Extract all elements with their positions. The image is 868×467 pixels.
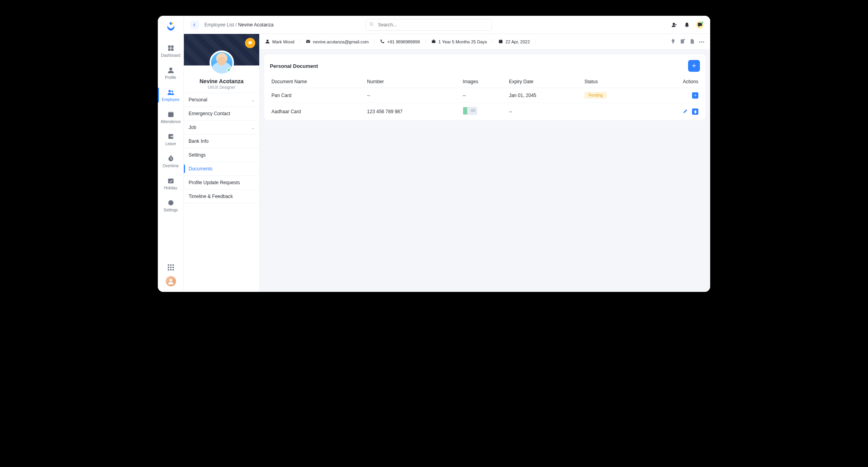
card-head: Personal Document +	[270, 60, 700, 72]
svg-point-19	[370, 22, 372, 25]
mail-icon	[306, 39, 311, 45]
employee-name: Nevine Acotanza	[187, 78, 256, 84]
personal-document-card: Personal Document + Document Name Number…	[264, 54, 705, 120]
profile-panel: ✓ Nevine Acotanza UI/UX Designer Persona…	[184, 34, 260, 292]
cell-number: --	[365, 88, 461, 103]
subnav-bank[interactable]: Bank Info	[184, 134, 259, 148]
document-icon[interactable]	[689, 39, 695, 45]
topbar: Employee List / Nevine Acotanza	[184, 16, 710, 34]
apps-grid-icon[interactable]	[168, 264, 174, 271]
subnav-emergency[interactable]: Emergency Contact	[184, 107, 259, 121]
svg-point-6	[169, 67, 172, 71]
nav-leave[interactable]: Leave	[158, 131, 183, 148]
row-add-button[interactable]	[692, 92, 698, 99]
documents-table: Document Name Number Images Expiry Date …	[270, 76, 700, 120]
search-input[interactable]	[366, 19, 492, 31]
info-manager: Mark Wood	[265, 39, 300, 45]
cell-actions	[646, 88, 700, 103]
svg-rect-11	[169, 112, 170, 113]
chat-icon[interactable]	[696, 21, 704, 29]
svg-point-21	[687, 26, 687, 27]
employee-icon	[167, 88, 175, 96]
cell-expiry: Jan 01, 2045	[507, 88, 583, 103]
nav-label: Profile	[165, 75, 176, 80]
chevron-down-icon: ⌄	[251, 98, 254, 102]
cell-status: Pending	[583, 88, 646, 103]
settings-icon	[167, 199, 175, 207]
cell-images: --	[461, 88, 507, 103]
employee-info-strip: Mark Wood nevine.acotanza@gmail.com +91 …	[260, 34, 710, 50]
nav-dashboard[interactable]: Dashboard	[158, 43, 183, 59]
topbar-actions	[671, 21, 704, 29]
col-actions: Actions	[646, 76, 700, 88]
add-document-button[interactable]: +	[688, 60, 700, 72]
edit-note-icon[interactable]	[680, 39, 685, 45]
current-user-avatar[interactable]	[166, 276, 176, 286]
global-nav: Dashboard Profile Employee Attendence Le…	[158, 43, 183, 214]
add-user-icon[interactable]	[671, 21, 678, 28]
document-thumbnail[interactable]	[463, 107, 477, 115]
nav-profile[interactable]: Profile	[158, 65, 183, 81]
app-frame: Dashboard Profile Employee Attendence Le…	[158, 16, 710, 292]
nav-employee[interactable]: Employee	[158, 87, 183, 103]
subnav-label: Profile Update Requests	[189, 180, 240, 185]
employee-avatar: ✓	[210, 50, 234, 75]
svg-rect-15	[170, 156, 172, 157]
nav-overtime[interactable]: Overtime	[158, 153, 183, 170]
svg-point-18	[169, 279, 172, 282]
subnav-profile-update[interactable]: Profile Update Requests	[184, 176, 259, 190]
nav-attendence[interactable]: Attendence	[158, 109, 183, 125]
breadcrumb-root[interactable]: Employee List	[204, 22, 234, 28]
svg-point-7	[168, 90, 171, 92]
more-icon[interactable]: •••	[699, 39, 705, 44]
subnav-documents[interactable]: Documents	[184, 162, 259, 176]
svg-rect-24	[432, 40, 436, 43]
chevron-down-icon: ⌄	[251, 125, 254, 130]
dashboard-icon	[167, 44, 175, 52]
row-delete-button[interactable]	[692, 108, 698, 115]
cell-number: 123 456 789 987	[365, 103, 461, 120]
nav-holiday[interactable]: Holiday	[158, 175, 183, 192]
back-button[interactable]	[190, 21, 199, 29]
svg-point-20	[673, 22, 675, 25]
svg-rect-12	[172, 112, 172, 113]
nav-label: Employee	[162, 97, 179, 102]
global-search	[366, 19, 492, 31]
subnav-settings[interactable]: Settings	[184, 148, 259, 162]
info-email: nevine.acotanza@gmail.com	[306, 39, 374, 45]
nav-label: Dashboard	[161, 53, 180, 58]
search-icon	[369, 22, 374, 28]
notifications-icon[interactable]	[683, 21, 690, 28]
subnav-timeline[interactable]: Timeline & Feedback	[184, 190, 259, 204]
subnav-personal[interactable]: Personal⌄	[184, 93, 259, 107]
info-phone: +91 9898989898	[380, 39, 426, 45]
nav-label: Overtime	[163, 164, 179, 168]
svg-rect-29	[673, 43, 674, 43]
svg-rect-28	[501, 39, 502, 41]
breadcrumb-current: Nevine Acotanza	[238, 22, 273, 28]
col-expiry: Expiry Date	[507, 76, 583, 88]
person-icon	[265, 39, 270, 45]
subnav-job[interactable]: Job⌄	[184, 121, 259, 134]
lightbulb-icon[interactable]	[670, 39, 676, 45]
nav-label: Settings	[163, 208, 178, 212]
nav-label: Attendence	[161, 120, 181, 124]
table-row: Pan Card -- -- Jan 01, 2045 Pending	[270, 88, 700, 103]
card-title: Personal Document	[270, 63, 318, 69]
col-status: Status	[583, 76, 646, 88]
subnav-label: Personal	[189, 97, 207, 103]
phone-icon	[380, 39, 385, 45]
nav-settings[interactable]: Settings	[158, 197, 183, 214]
profile-chat-button[interactable]	[245, 38, 255, 48]
row-edit-button[interactable]	[682, 108, 688, 114]
info-value: Mark Wood	[272, 39, 294, 44]
cell-name: Pan Card	[270, 88, 365, 103]
holiday-icon	[167, 177, 175, 185]
svg-rect-27	[500, 39, 500, 41]
svg-rect-16	[168, 179, 174, 183]
body: ✓ Nevine Acotanza UI/UX Designer Persona…	[184, 34, 710, 292]
info-tenure: 1 Year 5 Months 25 Days	[431, 39, 493, 45]
cell-status	[583, 103, 646, 120]
table-header-row: Document Name Number Images Expiry Date …	[270, 76, 700, 88]
info-value: 1 Year 5 Months 25 Days	[438, 39, 487, 44]
